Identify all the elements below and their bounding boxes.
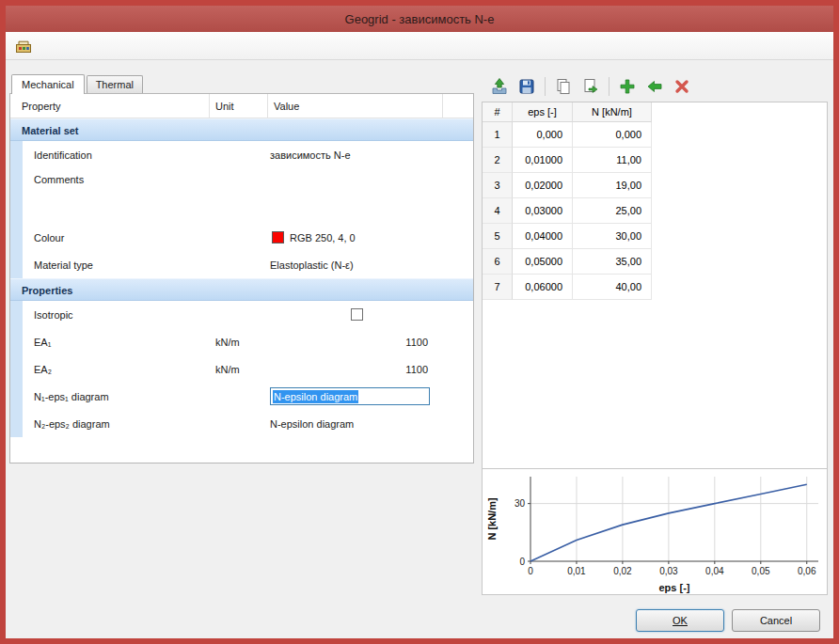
data-table-header: #eps [-]N [kN/m]: [483, 102, 827, 122]
group-indent-strip: [10, 141, 23, 278]
group-header-properties[interactable]: Properties: [10, 278, 473, 301]
prop-value-isotropic[interactable]: [268, 308, 443, 321]
diagram-panel: #eps [-]N [kN/m] 10,0000,00020,0100011,0…: [482, 71, 828, 595]
prop-value-ea2[interactable]: 1100: [268, 364, 443, 375]
open-button[interactable]: [487, 74, 512, 99]
prop-value-identification[interactable]: зависимость N-e: [268, 149, 443, 161]
prop-label-isotropic: Isotropic: [23, 309, 210, 321]
group-indent-strip: [10, 301, 23, 437]
button-bar: OK Cancel: [6, 603, 833, 638]
n-cell[interactable]: 25,00: [573, 198, 652, 224]
insert-row-icon: [645, 77, 664, 96]
delete-row-button[interactable]: [670, 74, 694, 99]
export-button[interactable]: [578, 74, 603, 99]
prop-header-row: PropertyUnitValue: [10, 94, 473, 118]
ok-button-label: OK: [673, 615, 688, 626]
prop-label-n1-eps1-diagram: N₁-eps₁ diagram: [23, 391, 210, 402]
prop-row-n1-eps1-diagram: N₁-eps₁ diagramN-epsilon diagram: [23, 383, 473, 410]
prop-label-material-type: Material type: [23, 259, 210, 271]
n-eps-table: #eps [-]N [kN/m] 10,0000,00020,0100011,0…: [483, 102, 827, 468]
prop-row-comments: Comments: [23, 168, 473, 224]
n-eps-chart-svg: 00,010,020,030,040,050,06030eps [-]N [kN…: [483, 469, 826, 595]
prop-row-ea1: EA₁kN/m1100: [23, 328, 473, 355]
prop-col-header-filler: [443, 94, 473, 118]
group-rows: IsotropicEA₁kN/m1100EA₂kN/m1100N₁-eps₁ d…: [23, 301, 473, 437]
material-set-icon: [15, 39, 32, 54]
svg-text:0,05: 0,05: [752, 566, 770, 576]
diagram-box: #eps [-]N [kN/m] 10,0000,00020,0100011,0…: [482, 102, 828, 595]
svg-text:0,04: 0,04: [705, 566, 724, 576]
colour-swatch[interactable]: [272, 231, 284, 243]
prop-value-n2-eps2-diagram[interactable]: N-epsilon diagram: [268, 418, 443, 430]
eps-cell[interactable]: 0,03000: [513, 198, 573, 224]
prop-label-colour: Colour: [23, 232, 210, 243]
copy-button[interactable]: [551, 74, 576, 99]
prop-label-comments: Comments: [23, 168, 210, 185]
isotropic-checkbox[interactable]: [351, 308, 363, 321]
colour-value-text: RGB 250, 4, 0: [290, 232, 356, 243]
tab-thermal[interactable]: Thermal: [87, 75, 143, 93]
group-body: Identificationзависимость N-eCommentsCol…: [10, 141, 473, 278]
data-table-body: 10,0000,00020,0100011,0030,0200019,0040,…: [483, 122, 827, 300]
prop-label-identification: Identification: [23, 149, 210, 161]
n1-eps1-diagram-input[interactable]: N-epsilon diagram: [270, 387, 430, 405]
insert-row-button[interactable]: [642, 74, 667, 99]
add-row-button[interactable]: [615, 74, 640, 99]
tab-bar: MechanicalThermal: [9, 71, 474, 93]
n-cell[interactable]: 30,00: [573, 224, 652, 249]
eps-cell[interactable]: 0,04000: [513, 224, 573, 249]
toolbar-separator: [609, 77, 609, 96]
row-number: 4: [483, 198, 513, 224]
prop-value-ea1[interactable]: 1100: [268, 337, 443, 348]
prop-row-isotropic: Isotropic: [23, 301, 473, 328]
svg-text:0,03: 0,03: [659, 566, 678, 576]
property-table: PropertyUnitValue Material setIdentifica…: [9, 93, 474, 463]
prop-label-ea1: EA₁: [23, 337, 210, 348]
save-icon: [517, 77, 536, 96]
eps-cell[interactable]: 0,06000: [513, 275, 573, 300]
add-row-icon: [618, 77, 637, 96]
prop-value-colour[interactable]: RGB 250, 4, 0: [268, 231, 443, 243]
row-number: 7: [483, 275, 513, 300]
eps-cell[interactable]: 0,02000: [513, 173, 573, 198]
selected-text: N-epsilon diagram: [273, 390, 358, 403]
eps-cell[interactable]: 0,000: [513, 122, 573, 148]
n-cell[interactable]: 35,00: [573, 249, 652, 275]
tab-mechanical[interactable]: Mechanical: [11, 74, 85, 94]
svg-text:30: 30: [514, 498, 526, 509]
export-icon: [581, 77, 600, 96]
svg-text:0,01: 0,01: [567, 566, 586, 576]
eps-cell[interactable]: 0,01000: [513, 148, 573, 173]
prop-unit-ea2: kN/m: [210, 364, 268, 375]
cancel-button[interactable]: Cancel: [732, 609, 820, 632]
prop-value-n1-eps1-diagram[interactable]: N-epsilon diagram: [268, 387, 443, 405]
prop-row-n2-eps2-diagram: N₂-eps₂ diagramN-epsilon diagram: [23, 410, 473, 437]
geogrid-dialog: Geogrid - зависимость N-e MechanicalTher…: [0, 0, 839, 644]
open-icon: [490, 77, 509, 96]
n-cell[interactable]: 40,00: [573, 275, 652, 300]
group-rows: Identificationзависимость N-eCommentsCol…: [23, 141, 473, 278]
dialog-content: MechanicalThermal PropertyUnitValue Mate…: [6, 60, 833, 603]
group-header-material-set[interactable]: Material set: [10, 118, 473, 141]
eps-cell[interactable]: 0,05000: [513, 249, 573, 275]
prop-col-header-property: Property: [10, 94, 210, 118]
save-button[interactable]: [514, 74, 539, 99]
ok-button[interactable]: OK: [636, 609, 724, 632]
prop-value-material-type[interactable]: Elastoplastic (N-ε): [268, 259, 443, 271]
svg-text:0,02: 0,02: [613, 566, 632, 576]
group-body: IsotropicEA₁kN/m1100EA₂kN/m1100N₁-eps₁ d…: [10, 301, 473, 437]
prop-row-colour: ColourRGB 250, 4, 0: [23, 224, 473, 251]
prop-row-identification: Identificationзависимость N-e: [23, 141, 473, 168]
data-col-header-2: N [kN/m]: [573, 102, 652, 122]
titlebar[interactable]: Geogrid - зависимость N-e: [6, 6, 833, 32]
table-toolbar: [482, 71, 828, 102]
prop-col-header-value: Value: [268, 94, 443, 118]
n-cell[interactable]: 11,00: [573, 148, 652, 173]
data-col-header-0: #: [483, 102, 513, 122]
n-cell[interactable]: 19,00: [573, 173, 652, 198]
material-set-button[interactable]: [12, 35, 35, 57]
svg-text:0: 0: [528, 566, 533, 576]
app-toolbar: [6, 32, 833, 60]
n-cell[interactable]: 0,000: [573, 122, 652, 148]
svg-text:0,06: 0,06: [798, 566, 816, 576]
